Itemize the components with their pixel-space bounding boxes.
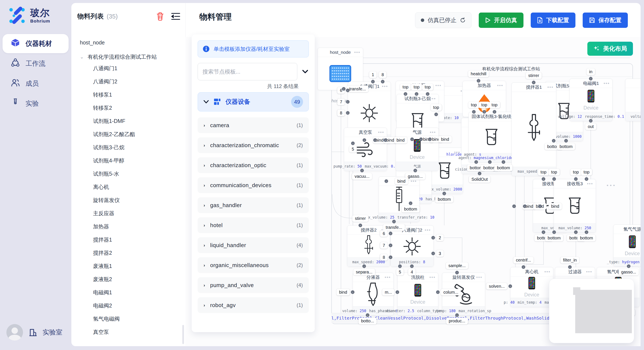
chevron-down-icon[interactable]: ⌄ xyxy=(80,54,84,60)
tree-item[interactable]: 废液瓶2 xyxy=(80,273,181,286)
port-dot-icon[interactable]: › xyxy=(410,265,414,268)
canvas-node-电磁阀1[interactable]: 电磁阀1•••Devicevoltage: 12response_time: 0… xyxy=(570,79,612,121)
outdent-icon[interactable] xyxy=(171,12,180,20)
port-dot-icon[interactable]: › xyxy=(564,139,568,143)
chevron-right-icon[interactable]: › xyxy=(204,203,205,208)
node-menu-icon[interactable]: ••• xyxy=(476,273,482,282)
node-menu-icon[interactable]: ••• xyxy=(497,81,503,90)
port-dot-icon[interactable]: › xyxy=(409,201,412,205)
sidebar-item-0[interactable]: 仪器耗材 xyxy=(2,34,68,53)
node-menu-icon[interactable]: ••• xyxy=(354,48,360,57)
port-dot-icon[interactable]: ‹ xyxy=(574,177,578,181)
start-simulation-button[interactable]: 开启仿真 xyxy=(479,12,524,28)
canvas-node[interactable]: •••voltage: 12 xyxy=(625,79,640,121)
port-dot-icon[interactable]: ‹ xyxy=(493,110,496,114)
port-dot-icon[interactable]: ‹ xyxy=(371,80,375,84)
tree-item[interactable]: 搅拌器2 xyxy=(80,246,181,259)
port-dot-icon[interactable]: ‹ xyxy=(404,92,408,96)
port-dot-icon[interactable]: › xyxy=(392,220,396,223)
node-menu-icon[interactable]: ••• xyxy=(435,81,442,90)
template-row-camera[interactable]: ›camera(1) xyxy=(198,117,309,133)
node-menu-icon[interactable]: ••• xyxy=(430,128,436,137)
port-dot-icon[interactable]: ‹ xyxy=(585,177,588,181)
port-dot-icon[interactable]: › xyxy=(478,172,482,175)
port-dot-icon[interactable]: › xyxy=(362,265,366,268)
port-dot-icon[interactable]: › xyxy=(396,291,399,294)
tree-item[interactable]: 试剂瓶4-甲醇 xyxy=(80,154,181,167)
port-dot-icon[interactable]: ‹ xyxy=(455,271,459,275)
port-dot-icon[interactable]: ‹ xyxy=(373,138,377,142)
node-menu-icon[interactable]: ••• xyxy=(606,183,616,188)
template-row-pump_and_valve[interactable]: ›pump_and_valve(4) xyxy=(198,277,309,293)
avatar[interactable] xyxy=(6,324,23,341)
tree-item[interactable]: 离心机 xyxy=(80,180,181,193)
chevron-right-icon[interactable]: › xyxy=(204,123,205,128)
port-dot-icon[interactable]: ‹ xyxy=(568,265,572,269)
sidebar-item-2[interactable]: 成员 xyxy=(2,74,68,93)
port-dot-icon[interactable]: › xyxy=(414,169,417,173)
template-row-characterization_chromatic[interactable]: ›characterization_chromatic(2) xyxy=(198,137,309,153)
tree-item[interactable]: 试剂瓶1-DMF xyxy=(80,114,181,128)
port-dot-icon[interactable]: ‹ xyxy=(512,204,516,208)
port-dot-icon[interactable]: › xyxy=(574,230,578,234)
template-row-gas_handler[interactable]: ›gas_handler(1) xyxy=(198,197,309,213)
tree-item[interactable]: 试剂瓶3-己烷 xyxy=(80,141,181,154)
tree-item[interactable]: 废液瓶1 xyxy=(80,259,181,273)
search-input[interactable]: 搜索节点模板... xyxy=(198,63,297,80)
beautify-layout-button[interactable]: 美化布局 xyxy=(587,42,633,56)
tree-item[interactable]: 八通阀门2 xyxy=(80,75,181,88)
port-dot-icon[interactable]: ‹ xyxy=(434,113,438,116)
tree-item[interactable]: 电磁阀2 xyxy=(80,299,181,312)
port-dot-icon[interactable]: ‹ xyxy=(589,77,593,81)
minimap[interactable] xyxy=(549,279,634,343)
tree-group[interactable]: ⌄有机化学流程综合测试工作站 xyxy=(80,53,181,60)
node-menu-icon[interactable]: ••• xyxy=(547,83,554,92)
port-dot-icon[interactable]: › xyxy=(585,230,588,234)
tree-item[interactable]: 试剂瓶5-水 xyxy=(80,167,181,180)
tree-item[interactable]: 八通阀门1 xyxy=(80,62,181,75)
port-dot-icon[interactable]: ‹ xyxy=(552,177,556,181)
port-dot-icon[interactable]: › xyxy=(398,265,402,268)
chevron-down-icon[interactable] xyxy=(302,69,309,74)
category-instruments[interactable]: 仪器设备 49 xyxy=(198,92,309,111)
port-dot-icon[interactable]: › xyxy=(346,100,350,104)
port-dot-icon[interactable]: › xyxy=(432,236,435,240)
chevron-right-icon[interactable]: › xyxy=(204,283,205,288)
chevron-right-icon[interactable]: › xyxy=(204,143,205,148)
port-dot-icon[interactable]: ‹ xyxy=(522,265,526,269)
port-dot-icon[interactable]: › xyxy=(389,232,392,235)
canvas-node-八通阀门2[interactable]: 八通阀门2•••positions: 8 xyxy=(390,225,434,267)
port-dot-icon[interactable]: › xyxy=(455,313,459,317)
canvas-node-气源[interactable]: 气源•••Device气源 xyxy=(396,128,439,171)
port-dot-icon[interactable]: › xyxy=(442,192,446,195)
tree-item[interactable]: 转移泵1 xyxy=(80,88,181,101)
node-menu-icon[interactable]: ••• xyxy=(378,128,384,137)
tree-item[interactable]: 加热器 xyxy=(80,220,181,233)
sidebar-item-1[interactable]: 工作流 xyxy=(2,54,68,73)
port-dot-icon[interactable]: ‹ xyxy=(428,138,432,141)
port-dot-icon[interactable]: ‹ xyxy=(472,110,476,114)
template-row-communication_devices[interactable]: ›communication_devices(1) xyxy=(198,177,309,193)
port-dot-icon[interactable]: ‹ xyxy=(381,80,384,84)
port-dot-icon[interactable]: ‹ xyxy=(419,138,423,141)
port-dot-icon[interactable]: › xyxy=(366,313,370,317)
port-dot-icon[interactable]: › xyxy=(589,119,593,123)
chevron-right-icon[interactable]: › xyxy=(204,243,205,248)
port-dot-icon[interactable]: ‹ xyxy=(410,138,414,141)
port-dot-icon[interactable]: › xyxy=(342,87,346,91)
chevron-right-icon[interactable]: › xyxy=(204,263,205,268)
sidebar-lab-label[interactable]: 实验室 xyxy=(42,328,62,337)
sidebar-item-3[interactable]: 实验 xyxy=(2,94,68,113)
materials-scrollbar[interactable] xyxy=(182,325,184,344)
port-dot-icon[interactable]: › xyxy=(346,89,350,92)
refresh-icon[interactable] xyxy=(460,17,466,23)
chevron-right-icon[interactable]: › xyxy=(204,183,205,188)
port-dot-icon[interactable]: › xyxy=(351,291,354,294)
template-row-characterization_optic[interactable]: ›characterization_optic(1) xyxy=(198,157,309,173)
port-dot-icon[interactable]: › xyxy=(552,230,556,234)
canvas-node-搅拌器1[interactable]: 搅拌器1•••max_speed: 2000 xyxy=(512,82,556,176)
tree-item[interactable]: 旋转蒸发仪 xyxy=(80,193,181,207)
tree-item[interactable]: 真空泵 xyxy=(80,325,181,339)
tree-item[interactable]: 试剂瓶2-乙酸乙酯 xyxy=(80,128,181,141)
node-menu-icon[interactable]: ••• xyxy=(384,273,391,282)
